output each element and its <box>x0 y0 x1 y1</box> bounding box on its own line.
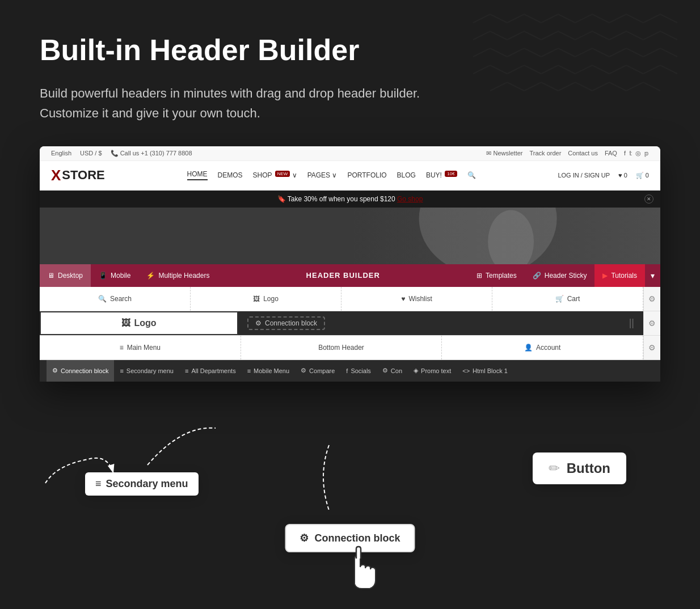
hb-sticky-tab[interactable]: 🔗 Header Sticky <box>525 264 595 287</box>
html-block-label: Html Block 1 <box>473 367 508 374</box>
hb-mainmenu-cell[interactable]: ≡ Main Menu <box>40 336 241 360</box>
block-con[interactable]: ⚙ Con <box>377 360 408 382</box>
facebook-icon[interactable]: f <box>624 150 626 157</box>
hb-account-cell[interactable]: 👤 Account <box>442 336 643 360</box>
all-dept-label: All Departments <box>191 367 235 374</box>
html-block-icon: <> <box>462 367 470 374</box>
promo-close[interactable]: ✕ <box>644 194 653 204</box>
search-icon[interactable]: 🔍 <box>467 171 476 179</box>
conn-block-label: Connection block <box>61 367 108 374</box>
hb-logo-main-cell[interactable]: 🖼 Logo <box>40 311 238 335</box>
block-secondary-menu[interactable]: ≡ Secondary menu <box>114 360 179 382</box>
browser-mockup: English USD / $ 📞 Call us +1 (310) 777 8… <box>40 146 660 382</box>
connection-block-label: ⚙ Connection block <box>247 316 325 330</box>
currency-selector[interactable]: USD / $ <box>80 150 102 157</box>
block-connection-block[interactable]: ⚙ Connection block <box>47 360 114 382</box>
block-socials[interactable]: f Socials <box>340 360 377 382</box>
logo-x: X <box>51 167 61 184</box>
hb-tab-mobile[interactable]: 📱 Mobile <box>91 264 138 287</box>
sticky-label: Header Sticky <box>545 272 587 280</box>
hb-connection-dark-cell[interactable]: ⚙ Connection block || <box>238 311 643 335</box>
hb-tab-desktop[interactable]: 🖥 Desktop <box>40 264 91 287</box>
search-cell-icon: 🔍 <box>98 295 107 303</box>
compare-label: Compare <box>309 367 335 374</box>
socials-icon: f <box>346 367 348 374</box>
nav-blog[interactable]: BLOG <box>397 171 416 179</box>
newsletter-link[interactable]: ✉ Newsletter <box>486 150 522 157</box>
language-selector[interactable]: English <box>51 150 71 157</box>
row2-gear[interactable]: ⚙ <box>643 311 660 335</box>
mainmenu-label: Main Menu <box>127 344 161 352</box>
bottom-header-label: Bottom Header <box>318 344 364 352</box>
cart-cell-icon: 🛒 <box>555 295 564 303</box>
login-link[interactable]: LOG IN / SIGN UP <box>558 172 610 179</box>
mainmenu-icon: ≡ <box>120 344 124 352</box>
nav-home[interactable]: HOME <box>187 170 208 180</box>
nav-buy[interactable]: BUY! 10€ <box>426 171 457 179</box>
hb-bottom-header-cell[interactable]: Bottom Header <box>241 336 442 360</box>
tutorials-icon: ▶ <box>602 272 608 280</box>
mobile-label: Mobile <box>111 272 130 280</box>
header-builder-toolbar: 🖥 Desktop 📱 Mobile ⚡ Multiple Headers HE… <box>40 264 660 287</box>
block-compare[interactable]: ⚙ Compare <box>295 360 340 382</box>
hb-collapse-btn[interactable]: ▾ <box>645 264 660 287</box>
pinterest-icon[interactable]: 𝕡 <box>644 150 649 157</box>
hand-cursor <box>335 544 386 598</box>
button-tooltip: ✏ Button <box>533 452 626 484</box>
promo-link[interactable]: Go shop <box>397 195 423 203</box>
con-label: Con <box>391 367 402 374</box>
block-mobile-menu[interactable]: ≡ Mobile Menu <box>242 360 295 382</box>
cart-cell-label: Cart <box>567 295 580 303</box>
site-top-bar: English USD / $ 📞 Call us +1 (310) 777 8… <box>40 146 660 161</box>
multiple-label: Multiple Headers <box>158 272 209 280</box>
sec-menu-icon: ≡ <box>120 367 123 374</box>
twitter-icon[interactable]: 𝕥 <box>629 150 632 157</box>
nav-portfolio[interactable]: PORTFOLIO <box>347 171 386 179</box>
top-bar-right: ✉ Newsletter Track order Contact us FAQ … <box>486 150 649 157</box>
separator: || <box>629 317 634 329</box>
desktop-icon: 🖥 <box>48 272 54 280</box>
block-promo-text[interactable]: ◈ Promo text <box>408 360 457 382</box>
content-area: Built-in Header Builder Build powerful h… <box>0 0 700 382</box>
wishlist-cell-label: Wishlist <box>408 295 432 303</box>
track-order-link[interactable]: Track order <box>530 150 562 157</box>
hb-wishlist-cell[interactable]: ♥ Wishlist <box>341 287 492 311</box>
cart-icon[interactable]: 🛒 0 <box>636 172 649 179</box>
block-all-departments[interactable]: ≡ All Departments <box>179 360 242 382</box>
hb-tab-multiple[interactable]: ⚡ Multiple Headers <box>138 264 217 287</box>
site-logo[interactable]: X STORE <box>51 167 105 184</box>
block-html-block[interactable]: <> Html Block 1 <box>457 360 513 382</box>
logo-main-label: Logo <box>134 318 156 328</box>
row3-gear[interactable]: ⚙ <box>643 336 660 360</box>
hb-logo-cell-row1[interactable]: 🖼 Logo <box>191 287 341 311</box>
hb-center-title: HEADER BUILDER <box>217 271 469 280</box>
compare-icon: ⚙ <box>301 367 306 374</box>
nav-pages[interactable]: PAGES ∨ <box>307 171 338 179</box>
row1-gear[interactable]: ⚙ <box>643 287 660 311</box>
promo-text-icon: ◈ <box>414 367 418 374</box>
hb-search-cell[interactable]: 🔍 Search <box>40 287 191 311</box>
templates-label: Templates <box>486 272 517 280</box>
hb-templates-tab[interactable]: ⊞ Templates <box>469 264 525 287</box>
site-nav: X STORE HOME DEMOS SHOP NEW ∨ PAGES ∨ PO… <box>40 161 660 191</box>
subtitle: Build powerful headers in minutes with d… <box>40 83 465 123</box>
hb-row1: 🔍 Search 🖼 Logo ♥ Wishlist 🛒 Cart ⚙ <box>40 287 660 311</box>
desktop-label: Desktop <box>58 272 83 280</box>
contact-link[interactable]: Contact us <box>568 150 598 157</box>
hb-cart-cell[interactable]: 🛒 Cart <box>492 287 643 311</box>
hb-row2-wrapper: 🖼 Logo ⚙ Connection block || ⚙ <box>40 311 660 336</box>
hb-tutorials-tab[interactable]: ▶ Tutorials <box>594 264 645 287</box>
hb-row3: ≡ Main Menu Bottom Header 👤 Account ⚙ <box>40 336 660 360</box>
promo-text: Take 30% off when you spend $120 <box>288 195 397 203</box>
svg-rect-0 <box>40 208 660 264</box>
sec-menu-label: Secondary menu <box>126 367 174 374</box>
phone-number: 📞 Call us +1 (310) 777 8808 <box>111 150 192 157</box>
svg-point-2 <box>488 210 534 264</box>
nav-shop[interactable]: SHOP NEW ∨ <box>253 171 297 179</box>
tutorials-label: Tutorials <box>611 272 637 280</box>
faq-link[interactable]: FAQ <box>605 150 617 157</box>
nav-demos[interactable]: DEMOS <box>218 171 243 179</box>
wishlist-icon[interactable]: ♥ 0 <box>618 172 627 179</box>
hb-row3-wrapper: ≡ Main Menu Bottom Header 👤 Account ⚙ <box>40 336 660 360</box>
instagram-icon[interactable]: ◎ <box>635 150 641 157</box>
